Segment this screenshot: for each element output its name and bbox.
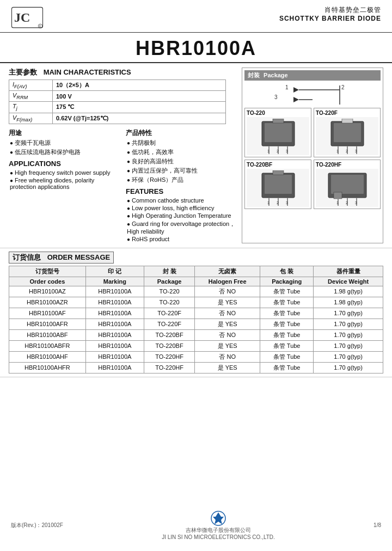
param-row: IF(AV)10（2×5）A xyxy=(9,80,226,91)
order-table: 订货型号印 记封 装无卤素包 装器件重量Order codesMarkingPa… xyxy=(9,266,383,374)
svg-rect-32 xyxy=(273,170,284,175)
svg-text:1: 1 xyxy=(285,84,289,90)
svg-text:2: 2 xyxy=(277,201,279,205)
application-item-cn: 低压续流电路和保护电路 xyxy=(9,148,120,156)
footer-company: 吉林华微电子股份有限公司 JI LIN SI NO MICROELECTRONI… xyxy=(162,510,275,540)
feature-item-en: Guard ring for overvoltage protection，Hi… xyxy=(126,220,237,235)
package-header: 封装 Package xyxy=(244,70,381,81)
order-table-row: HBR10100AFRHBR10100ATO-220F是 YES条管 Tube1… xyxy=(9,319,383,329)
svg-rect-22 xyxy=(334,123,361,142)
order-table-header-en: Order codesMarkingPackageHalogen FreePac… xyxy=(9,277,383,286)
main-title-section: HBR10100A xyxy=(0,33,392,63)
header: JC R 肖特基势垒二极管 SCHOTTKY BARRIER DIODE xyxy=(0,0,392,33)
param-row: VF(max)0.62V (@Tj=125℃) xyxy=(9,113,226,124)
page-number: 1/8 xyxy=(373,522,381,528)
svg-text:3: 3 xyxy=(355,201,357,205)
svg-rect-31 xyxy=(265,175,292,194)
svg-text:1: 1 xyxy=(336,201,339,205)
main-characteristics-title: 主要参数 MAIN CHARACTERISTICS xyxy=(9,68,237,77)
svg-marker-8 xyxy=(293,97,299,102)
svg-text:1: 1 xyxy=(336,149,339,153)
svg-text:3: 3 xyxy=(286,149,288,153)
application-item-en: Free wheeling diodes, polarity protectio… xyxy=(9,177,120,190)
feature-item-en: Common cathode structure xyxy=(126,197,237,204)
feature-item-cn: 共阴极制 xyxy=(126,139,237,147)
footer-logo-icon xyxy=(210,510,226,526)
order-table-row: HBR10100AZHBR10100ATO-220否 NO条管 Tube1.98… xyxy=(9,286,383,297)
svg-rect-23 xyxy=(342,119,353,123)
svg-text:2: 2 xyxy=(341,84,345,90)
svg-text:2: 2 xyxy=(346,149,348,153)
params-table: IF(AV)10（2×5）AVRRM100 VTj175 ℃VF(max)0.6… xyxy=(9,79,226,124)
svg-text:2: 2 xyxy=(277,149,279,153)
svg-rect-14 xyxy=(273,119,284,123)
company-logo: JC R xyxy=(11,5,44,30)
package-to220hf: TO-220HF 1 2 3 xyxy=(314,160,381,209)
application-item-en: High frequency switch power supply xyxy=(9,169,120,176)
package-to220bf: TO-220BF 1 2 3 xyxy=(244,160,311,209)
features-col: 产品特性 共阴极制低功耗，高效率良好的高温特性内置过压保护，高可靠性环保（RoH… xyxy=(126,128,237,243)
svg-text:3: 3 xyxy=(274,94,278,100)
product-type-en: SCHOTTKY BARRIER DIODE xyxy=(279,15,381,22)
feature-item-cn: 低功耗，高效率 xyxy=(126,148,237,156)
product-type-cn: 肖特基势垒二极管 xyxy=(279,5,381,15)
applications-title-en: APPLICATIONS xyxy=(9,160,120,168)
company-name-en: JI LIN SI NO MICROELECTRONICS CO.,LTD. xyxy=(162,534,275,540)
feature-item-en: RoHS product xyxy=(126,236,237,242)
company-name-cn: 吉林华微电子股份有限公司 xyxy=(186,526,251,534)
order-table-row: HBR10100AHFHBR10100ATO-220HF否 NO条管 Tube1… xyxy=(9,351,383,362)
pin-diagram: 1 3 2 xyxy=(244,83,381,105)
version-label: 版本(Rev.)：201002F xyxy=(11,522,63,529)
order-section: 订货信息 ORDER MESSAGE 订货型号印 记封 装无卤素包 装器件重量O… xyxy=(0,248,392,377)
order-table-row: HBR10100AZRHBR10100ATO-220是 YES条管 Tube1.… xyxy=(9,297,383,308)
two-col-section: 用途 变频千瓦电源低压续流电路和保护电路 APPLICATIONS High f… xyxy=(9,128,237,243)
svg-text:1: 1 xyxy=(267,149,270,153)
part-number: HBR10100A xyxy=(0,37,392,60)
left-section: 主要参数 MAIN CHARACTERISTICS IF(AV)10（2×5）A… xyxy=(9,68,237,243)
svg-rect-13 xyxy=(265,123,292,142)
svg-text:3: 3 xyxy=(355,149,357,153)
feature-item-en: Low power loss, high efficiency xyxy=(126,205,237,211)
order-table-row: HBR10100ABFRHBR10100ATO-220BF是 YES条管 Tub… xyxy=(9,340,383,351)
header-right: 肖特基势垒二极管 SCHOTTKY BARRIER DIODE xyxy=(279,5,381,22)
applications-title-cn: 用途 xyxy=(9,128,120,138)
features-title-cn: 产品特性 xyxy=(126,128,237,138)
applications-col: 用途 变频千瓦电源低压续流电路和保护电路 APPLICATIONS High f… xyxy=(9,128,120,243)
feature-item-cn: 环保（RoHS）产品 xyxy=(126,176,237,184)
svg-rect-40 xyxy=(331,175,364,194)
content-area: 主要参数 MAIN CHARACTERISTICS IF(AV)10（2×5）A… xyxy=(0,63,392,248)
features-title-en: FEATURES xyxy=(126,187,237,195)
package-to220: TO-220 1 2 3 xyxy=(244,108,311,157)
package-to220f: TO-220F 1 2 3 xyxy=(314,108,381,157)
svg-text:2: 2 xyxy=(346,201,348,205)
footer: 版本(Rev.)：201002F 吉林华微电子股份有限公司 JI LIN SI … xyxy=(0,510,392,540)
order-table-row: HBR10100AFHBR10100ATO-220F否 NO条管 Tube1.7… xyxy=(9,308,383,319)
svg-text:1: 1 xyxy=(267,201,270,205)
order-table-row: HBR10100AHFRHBR10100ATO-220HF是 YES条管 Tub… xyxy=(9,362,383,373)
param-row: VRRM100 V xyxy=(9,91,226,102)
package-section: 封装 Package 1 3 2 TO-220 xyxy=(242,68,383,243)
logo-area: JC R xyxy=(11,5,44,30)
svg-text:JC: JC xyxy=(14,10,30,25)
svg-marker-5 xyxy=(293,87,299,93)
feature-item-cn: 良好的高温特性 xyxy=(126,157,237,166)
svg-text:3: 3 xyxy=(286,201,288,205)
svg-marker-49 xyxy=(213,512,224,524)
application-item-cn: 变频千瓦电源 xyxy=(9,139,120,147)
feature-item-cn: 内置过压保护，高可靠性 xyxy=(126,167,237,175)
param-row: Tj175 ℃ xyxy=(9,102,226,113)
package-grid: TO-220 1 2 3 xyxy=(244,108,381,209)
order-title: 订货信息 ORDER MESSAGE xyxy=(9,252,114,264)
order-table-header-cn: 订货型号印 记封 装无卤素包 装器件重量 xyxy=(9,266,383,277)
feature-item-en: High Operating Junction Temperature xyxy=(126,212,237,219)
order-table-row: HBR10100ABFHBR10100ATO-220BF否 NO条管 Tube1… xyxy=(9,329,383,340)
